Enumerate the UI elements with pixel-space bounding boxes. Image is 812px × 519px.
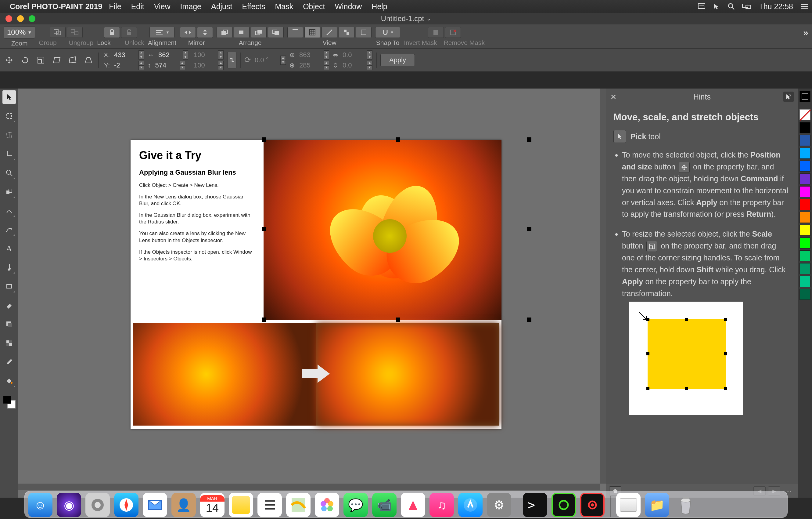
dock-news[interactable] bbox=[401, 493, 425, 517]
dock-calendar[interactable]: MAR14 bbox=[200, 493, 225, 517]
x-spinner[interactable]: ▲▼ bbox=[139, 50, 144, 59]
dock-folder-2[interactable]: 📁 bbox=[645, 493, 669, 517]
palette-swatch[interactable] bbox=[800, 212, 810, 223]
cy-spinner[interactable]: ▲▼ bbox=[324, 61, 329, 70]
palette-swatch[interactable] bbox=[800, 199, 810, 210]
dock-music[interactable]: ♫ bbox=[430, 493, 454, 517]
text-tool[interactable]: A bbox=[2, 242, 16, 255]
view-grid-button[interactable] bbox=[304, 27, 320, 38]
menu-help[interactable]: Help bbox=[372, 2, 387, 11]
y-input[interactable] bbox=[112, 61, 139, 70]
menu-view[interactable]: View bbox=[154, 2, 171, 11]
palette-swatch[interactable] bbox=[800, 91, 810, 102]
ungroup-button[interactable] bbox=[67, 27, 83, 38]
view-guides-button[interactable] bbox=[321, 27, 337, 38]
cy-input[interactable] bbox=[297, 61, 324, 70]
palette-swatch[interactable] bbox=[800, 135, 810, 146]
skew-mode-button[interactable] bbox=[51, 54, 63, 66]
skewh-input[interactable] bbox=[341, 50, 367, 59]
rect-mask-tool[interactable] bbox=[2, 109, 16, 123]
skewh-spinner[interactable]: ▲▼ bbox=[367, 50, 372, 59]
menubar-clock[interactable]: Thu 22:58 bbox=[759, 2, 793, 11]
snapto-button[interactable]: ▼ bbox=[375, 27, 400, 38]
mask-transform-tool[interactable] bbox=[2, 128, 16, 142]
transparency-tool[interactable] bbox=[2, 336, 16, 350]
dock-safari[interactable] bbox=[114, 493, 139, 517]
dropshadow-tool[interactable] bbox=[2, 318, 16, 331]
dock-terminal[interactable]: >_ bbox=[523, 493, 547, 517]
alignment-button[interactable]: ▼ bbox=[149, 27, 174, 38]
app-name[interactable]: Corel PHOTO-PAINT 2019 bbox=[10, 2, 102, 11]
palette-swatch[interactable] bbox=[800, 186, 810, 197]
hints-help-button[interactable]: ? bbox=[783, 91, 794, 102]
rotation-spinner[interactable]: ▲▼ bbox=[280, 56, 286, 65]
distort-mode-button[interactable] bbox=[66, 54, 79, 66]
dock-mail[interactable] bbox=[143, 493, 167, 517]
cx-spinner[interactable]: ▲▼ bbox=[324, 50, 329, 59]
palette-noswatch[interactable] bbox=[800, 109, 810, 120]
view-rulers-button[interactable] bbox=[287, 27, 303, 38]
dock-messages[interactable]: 💬 bbox=[344, 493, 368, 517]
remove-mask-button[interactable] bbox=[445, 27, 461, 38]
pick-tool[interactable] bbox=[2, 90, 16, 104]
palette-swatch[interactable] bbox=[800, 161, 810, 171]
menu-effects[interactable]: Effects bbox=[242, 2, 265, 11]
dock-siri[interactable]: ◉ bbox=[57, 493, 81, 517]
minimize-window-button[interactable] bbox=[17, 15, 24, 22]
menu-mask[interactable]: Mask bbox=[275, 2, 293, 11]
dock-contacts[interactable]: 👤 bbox=[171, 493, 196, 517]
scaley-spinner[interactable]: ▲▼ bbox=[218, 61, 224, 70]
perspective-mode-button[interactable] bbox=[82, 54, 94, 66]
zoom-combo[interactable]: 100% ▼ bbox=[4, 26, 35, 38]
x-input[interactable] bbox=[112, 50, 139, 59]
palette-swatch[interactable] bbox=[800, 289, 810, 300]
eyedropper-tool[interactable] bbox=[2, 355, 16, 369]
palette-swatch[interactable] bbox=[800, 263, 810, 274]
canvas[interactable]: Give it a Try Applying a Gaussian Blur l… bbox=[18, 88, 606, 498]
dock-finder[interactable]: ☺ bbox=[28, 493, 53, 517]
dock-maps[interactable] bbox=[286, 493, 311, 517]
document-title[interactable]: Untitled-1.cpt bbox=[381, 15, 424, 23]
lock-button[interactable] bbox=[104, 27, 120, 38]
dock-corel-capture[interactable] bbox=[580, 493, 605, 517]
view-checker-button[interactable] bbox=[339, 27, 354, 38]
menu-adjust[interactable]: Adjust bbox=[211, 2, 232, 11]
mirror-h-button[interactable] bbox=[180, 27, 196, 38]
canvas-scrollbar-v[interactable] bbox=[600, 88, 606, 484]
displays-icon[interactable] bbox=[742, 3, 751, 10]
menu-file[interactable]: File bbox=[109, 2, 121, 11]
zoom-window-button[interactable] bbox=[29, 15, 35, 22]
document-surface[interactable]: Give it a Try Applying a Gaussian Blur l… bbox=[130, 140, 501, 429]
view-fullscreen-button[interactable] bbox=[356, 27, 372, 38]
arrange-front-button[interactable] bbox=[216, 27, 232, 38]
eraser-tool[interactable] bbox=[2, 299, 16, 312]
palette-swatch[interactable] bbox=[800, 276, 810, 287]
palette-swatch[interactable] bbox=[800, 122, 810, 133]
dock-reminders[interactable] bbox=[257, 493, 282, 517]
scale-mode-button[interactable] bbox=[35, 54, 47, 66]
rectangle-tool[interactable] bbox=[2, 280, 16, 293]
skewv-input[interactable] bbox=[341, 61, 367, 70]
menu-object[interactable]: Object bbox=[303, 2, 325, 11]
title-dropdown-icon[interactable]: ⌄ bbox=[427, 15, 431, 22]
position-size-mode-button[interactable] bbox=[3, 54, 15, 66]
path-tool[interactable] bbox=[2, 223, 16, 236]
width-input[interactable] bbox=[156, 50, 183, 59]
menubar-list-icon[interactable] bbox=[801, 3, 808, 9]
height-spinner[interactable]: ▲▼ bbox=[180, 61, 185, 70]
crop-tool[interactable] bbox=[2, 147, 16, 161]
scalex-spinner[interactable]: ▲▼ bbox=[218, 50, 224, 59]
unlock-button[interactable] bbox=[121, 27, 137, 38]
clone-tool[interactable] bbox=[2, 185, 16, 198]
skewv-spinner[interactable]: ▲▼ bbox=[367, 61, 372, 70]
hints-close-button[interactable]: ✕ bbox=[610, 93, 616, 101]
dock-trash[interactable] bbox=[673, 493, 698, 517]
scalex-input[interactable] bbox=[192, 50, 218, 59]
palette-swatch[interactable] bbox=[800, 148, 810, 159]
palette-swatch[interactable] bbox=[800, 250, 810, 261]
notification-center-icon[interactable] bbox=[698, 3, 705, 10]
width-spinner[interactable]: ▲▼ bbox=[183, 50, 188, 59]
aspect-lock-button[interactable]: ⇅ bbox=[227, 52, 236, 69]
dock-appstore[interactable] bbox=[458, 493, 483, 517]
dock-notes[interactable] bbox=[229, 493, 253, 517]
